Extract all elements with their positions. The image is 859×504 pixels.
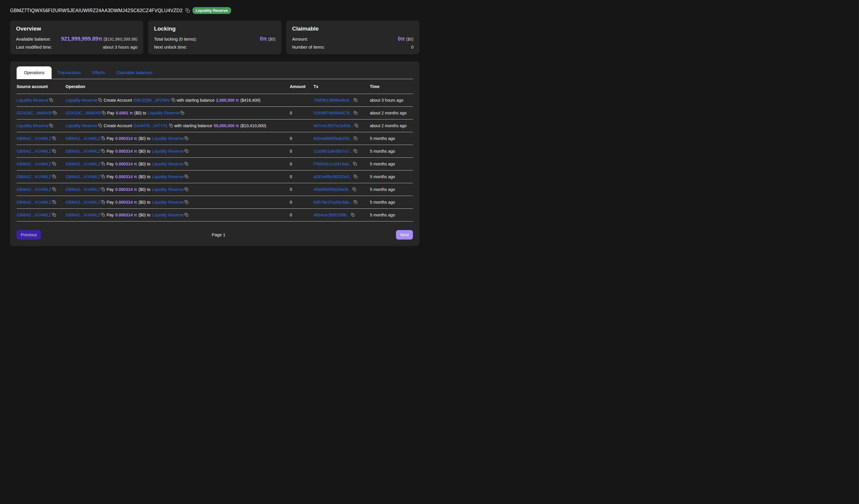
account-link[interactable]: Liquidity Reserve xyxy=(148,111,179,115)
previous-button[interactable]: Previous xyxy=(17,230,41,240)
copy-icon[interactable] xyxy=(352,187,356,191)
account-link[interactable]: Liquidity Reserve xyxy=(152,149,184,154)
tx-hash-link[interactable]: 75df3613898a46c8... xyxy=(314,98,353,103)
account-link[interactable]: GBI6A2...VU4WLZ xyxy=(65,162,100,166)
copy-icon[interactable] xyxy=(184,200,189,204)
copy-icon[interactable] xyxy=(353,174,358,179)
tab-operations[interactable]: Operations xyxy=(17,66,51,79)
account-link[interactable]: GDX33C...IW66XB xyxy=(65,111,101,115)
account-header: GBMZ7TIQWX56FI2URWSJEAIUWIRZ24AA3DWMJ42S… xyxy=(10,7,419,14)
account-link[interactable]: Liquidity Reserve xyxy=(152,136,184,141)
account-link[interactable]: GBI6A2...VU4WLZ xyxy=(65,187,100,192)
copy-icon[interactable] xyxy=(184,213,189,217)
copy-icon[interactable] xyxy=(52,174,56,179)
account-link[interactable]: Liquidity Reserve xyxy=(152,200,184,204)
source-account-link[interactable]: GDX33C...IW66XB xyxy=(17,111,52,115)
copy-icon[interactable] xyxy=(180,111,184,115)
account-link-wrap: Liquidity Reserve xyxy=(152,149,189,154)
account-link[interactable]: GBI6A2...VU4WLZ xyxy=(65,213,100,217)
copy-icon[interactable] xyxy=(101,187,105,191)
account-link[interactable]: GBI6A2...VU4WLZ xyxy=(65,174,100,179)
copy-icon[interactable] xyxy=(169,124,173,127)
copy-icon[interactable] xyxy=(53,111,57,115)
tx-hash-link[interactable]: 45b6f699f5d30e06... xyxy=(314,187,351,192)
copy-icon[interactable] xyxy=(184,162,189,166)
copy-icon[interactable] xyxy=(353,162,357,166)
copy-icon[interactable] xyxy=(52,187,56,191)
tx-hash-link[interactable]: f7685d11cc0919ad... xyxy=(314,162,352,166)
copy-icon[interactable] xyxy=(171,98,175,102)
tab-effects[interactable]: Effects xyxy=(87,66,111,79)
source-account-link[interactable]: GBI6A2...VU4WLZ xyxy=(17,213,51,217)
tx-hash-link-wrap: 12a9601afed607a7... xyxy=(314,149,358,154)
account-link[interactable]: Liquidity Reserve xyxy=(65,98,97,103)
account-link[interactable]: GBVZQM...2PZWIV xyxy=(134,98,170,103)
tx-hash-link[interactable]: 52699f74b9584479... xyxy=(314,111,353,115)
source-account-link[interactable]: GBI6A2...VU4WLZ xyxy=(17,162,51,166)
operation-text: ($0) to xyxy=(138,187,150,192)
copy-icon[interactable] xyxy=(101,149,105,153)
copy-icon[interactable] xyxy=(49,98,53,102)
copy-icon[interactable] xyxy=(184,136,189,140)
copy-icon[interactable] xyxy=(355,124,358,127)
copy-icon[interactable] xyxy=(52,200,56,204)
copy-icon[interactable] xyxy=(101,136,105,140)
tx-hash-link[interactable]: 46b4cecfbf923f9b... xyxy=(314,213,350,217)
copy-icon[interactable] xyxy=(353,200,358,204)
copy-icon[interactable] xyxy=(353,149,358,153)
source-account-link[interactable]: GBI6A2...VU4WLZ xyxy=(17,149,51,154)
operation-cell: GBI6A2...VU4WLZPay0.000314 π($0) toLiqui… xyxy=(65,145,290,158)
time-cell: about 2 months ago xyxy=(370,107,413,120)
source-account-link[interactable]: Liquidity Reserve xyxy=(17,123,48,128)
tx-hash-link[interactable]: 12a9601afed607a7... xyxy=(314,149,353,154)
copy-icon[interactable] xyxy=(184,149,189,153)
claimable-amount-row: Amount: 0π ($0) xyxy=(292,36,413,42)
copy-icon[interactable] xyxy=(98,124,102,127)
account-link[interactable]: GBI6A2...VU4WLZ xyxy=(65,200,100,204)
next-button[interactable]: Next xyxy=(396,230,413,240)
activity-panel: Operations Transactions Effects Claimabl… xyxy=(10,61,419,246)
account-link[interactable]: GA4NT6...24TYXL xyxy=(134,123,168,128)
copy-icon[interactable] xyxy=(101,213,105,217)
copy-icon[interactable] xyxy=(353,136,358,140)
copy-icon[interactable] xyxy=(353,111,358,115)
copy-icon[interactable] xyxy=(184,174,189,179)
copy-icon[interactable] xyxy=(101,174,105,179)
tx-hash-link-wrap: 45b6f699f5d30e06... xyxy=(314,187,356,192)
account-link-wrap: Liquidity Reserve xyxy=(65,98,102,103)
copy-icon[interactable] xyxy=(184,187,189,191)
account-link[interactable]: Liquidity Reserve xyxy=(152,162,184,166)
copy-icon[interactable] xyxy=(52,136,56,140)
copy-icon[interactable] xyxy=(101,200,105,204)
copy-icon[interactable] xyxy=(353,98,358,102)
account-link[interactable]: Liquidity Reserve xyxy=(152,187,184,192)
tab-claimable-balances[interactable]: Claimable balances xyxy=(111,66,158,79)
account-link[interactable]: GBI6A2...VU4WLZ xyxy=(65,149,100,154)
copy-icon[interactable] xyxy=(49,124,53,127)
tx-hash-link[interactable]: a391e6f8c98252e3... xyxy=(314,174,353,179)
source-account-link[interactable]: GBI6A2...VU4WLZ xyxy=(17,187,51,192)
copy-icon[interactable] xyxy=(52,213,56,217)
copy-icon[interactable] xyxy=(52,162,56,166)
tab-transactions[interactable]: Transactions xyxy=(51,66,87,79)
copy-icon[interactable] xyxy=(185,8,190,13)
source-account-link[interactable]: GBI6A2...VU4WLZ xyxy=(17,200,51,204)
copy-icon[interactable] xyxy=(102,111,106,115)
source-account-link[interactable]: Liquidity Reserve xyxy=(17,98,48,103)
source-account-link[interactable]: GBI6A2...VU4WLZ xyxy=(17,174,51,179)
copy-icon[interactable] xyxy=(101,162,105,166)
copy-icon[interactable] xyxy=(351,213,355,217)
copy-icon[interactable] xyxy=(98,98,102,102)
tx-hash-link[interactable]: 6d1edd980faab205... xyxy=(314,136,353,141)
claimable-amount-pi: 0π xyxy=(398,36,405,42)
copy-icon[interactable] xyxy=(52,149,56,153)
account-link[interactable]: Liquidity Reserve xyxy=(152,174,184,179)
account-link[interactable]: GBI6A2...VU4WLZ xyxy=(65,136,100,141)
tx-hash-link[interactable]: 6d578e2f1a59c8da... xyxy=(314,200,353,204)
account-link[interactable]: Liquidity Reserve xyxy=(65,123,97,128)
tx-hash-link[interactable]: 8d7e4c3507e1b45d... xyxy=(314,123,353,128)
liquidity-reserve-badge: Liquidity Reserve xyxy=(193,7,231,14)
overview-card-title: Overview xyxy=(16,26,137,32)
source-account-link[interactable]: GBI6A2...VU4WLZ xyxy=(17,136,51,141)
account-link[interactable]: Liquidity Reserve xyxy=(152,213,184,217)
